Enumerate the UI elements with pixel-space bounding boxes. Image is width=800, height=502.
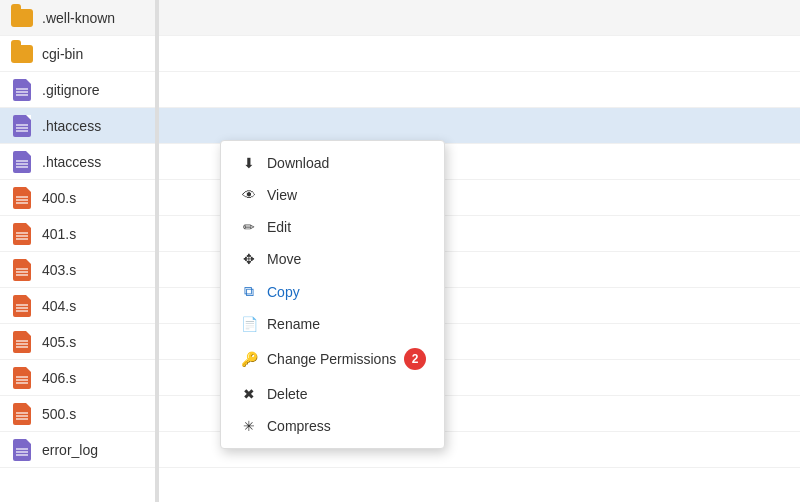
menu-label-rename: Rename xyxy=(267,316,320,332)
menu-label-move: Move xyxy=(267,251,301,267)
sidebar-divider xyxy=(155,0,159,502)
file-icon-wrapper xyxy=(10,114,34,138)
file-icon xyxy=(13,115,31,137)
menu-item-compress[interactable]: ✳ Compress xyxy=(221,410,444,442)
menu-item-download[interactable]: ⬇ Download xyxy=(221,147,444,179)
file-row[interactable]: .well-known xyxy=(0,0,800,36)
file-icon-wrapper xyxy=(10,366,34,390)
menu-icon-change-permissions: 🔑 xyxy=(239,351,259,367)
menu-label-delete: Delete xyxy=(267,386,307,402)
menu-icon-edit: ✏ xyxy=(239,219,259,235)
menu-label-view: View xyxy=(267,187,297,203)
file-icon-wrapper xyxy=(10,330,34,354)
script-icon xyxy=(13,187,31,209)
menu-item-view[interactable]: 👁 View xyxy=(221,179,444,211)
file-icon xyxy=(13,79,31,101)
file-icon-wrapper xyxy=(10,402,34,426)
menu-label-download: Download xyxy=(267,155,329,171)
menu-item-rename[interactable]: 📄 Rename xyxy=(221,308,444,340)
file-icon-wrapper xyxy=(10,258,34,282)
menu-icon-rename: 📄 xyxy=(239,316,259,332)
menu-label-copy: Copy xyxy=(267,284,300,300)
context-menu: ⬇ Download 👁 View ✏ Edit ✥ Move ⧉ Copy 📄… xyxy=(220,140,445,449)
menu-item-change-permissions[interactable]: 🔑 Change Permissions 2 xyxy=(221,340,444,378)
file-icon-wrapper xyxy=(10,222,34,246)
menu-icon-delete: ✖ xyxy=(239,386,259,402)
file-row[interactable]: cgi-bin xyxy=(0,36,800,72)
file-manager: .well-known cgi-bin .gitignore .htaccess… xyxy=(0,0,800,502)
file-icon-wrapper xyxy=(10,78,34,102)
file-icon-wrapper xyxy=(10,42,34,66)
folder-icon xyxy=(11,45,33,63)
script-icon xyxy=(13,367,31,389)
file-icon-wrapper xyxy=(10,6,34,30)
menu-icon-copy: ⧉ xyxy=(239,283,259,300)
menu-icon-compress: ✳ xyxy=(239,418,259,434)
script-icon xyxy=(13,403,31,425)
script-icon xyxy=(13,331,31,353)
script-icon xyxy=(13,223,31,245)
file-icon xyxy=(13,439,31,461)
file-icon-wrapper xyxy=(10,438,34,462)
menu-label-edit: Edit xyxy=(267,219,291,235)
menu-icon-download: ⬇ xyxy=(239,155,259,171)
badge-change-permissions: 2 xyxy=(404,348,426,370)
script-icon xyxy=(13,259,31,281)
menu-label-change-permissions: Change Permissions xyxy=(267,351,396,367)
folder-icon xyxy=(11,9,33,27)
file-row[interactable]: .htaccess xyxy=(0,108,800,144)
menu-item-edit[interactable]: ✏ Edit xyxy=(221,211,444,243)
menu-item-copy[interactable]: ⧉ Copy xyxy=(221,275,444,308)
file-icon-wrapper xyxy=(10,150,34,174)
script-icon xyxy=(13,295,31,317)
file-row[interactable]: .gitignore xyxy=(0,72,800,108)
menu-label-compress: Compress xyxy=(267,418,331,434)
file-icon-wrapper xyxy=(10,294,34,318)
file-icon xyxy=(13,151,31,173)
menu-item-delete[interactable]: ✖ Delete xyxy=(221,378,444,410)
menu-icon-view: 👁 xyxy=(239,187,259,203)
menu-icon-move: ✥ xyxy=(239,251,259,267)
file-icon-wrapper xyxy=(10,186,34,210)
menu-item-move[interactable]: ✥ Move xyxy=(221,243,444,275)
